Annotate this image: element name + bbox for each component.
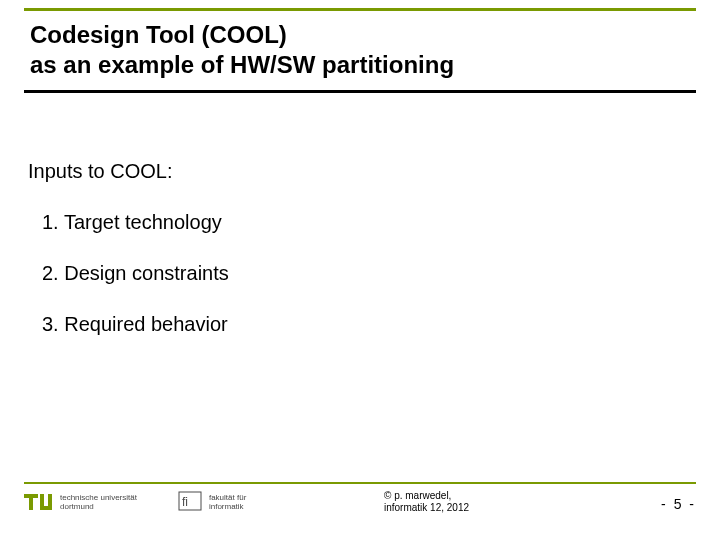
svg-rect-3	[48, 494, 52, 508]
body-intro: Inputs to COOL:	[28, 160, 692, 183]
footer-logos: technische universität dortmund fi fakul…	[24, 490, 246, 516]
slide-body: Inputs to COOL: 1. Target technology 2. …	[28, 160, 692, 364]
fi-icon: fi	[177, 490, 203, 516]
list-item: 2. Design constraints	[42, 262, 692, 285]
fi-logo-text: fakultät für informatik	[209, 494, 246, 512]
svg-rect-4	[40, 506, 52, 510]
slide-title: Codesign Tool (COOL) as an example of HW…	[30, 20, 690, 80]
top-accent-rule	[24, 8, 696, 11]
title-line-2: as an example of HW/SW partitioning	[30, 50, 690, 80]
slide: Codesign Tool (COOL) as an example of HW…	[0, 0, 720, 540]
footer-accent-rule	[24, 482, 696, 484]
copyright: © p. marwedel, informatik 12, 2012	[384, 490, 469, 514]
tu-icon	[24, 490, 54, 516]
title-underline	[24, 90, 696, 93]
tu-text-line1: technische universität	[60, 493, 137, 502]
page-number: - 5 -	[661, 496, 696, 512]
fakultaet-logo: fi fakultät für informatik	[177, 490, 246, 516]
list-item: 1. Target technology	[42, 211, 692, 234]
svg-rect-1	[29, 494, 33, 510]
slide-footer: technische universität dortmund fi fakul…	[24, 482, 696, 530]
list-item: 3. Required behavior	[42, 313, 692, 336]
fi-text-line2: informatik	[209, 502, 244, 511]
tu-logo-text: technische universität dortmund	[60, 494, 137, 512]
title-line-1: Codesign Tool (COOL)	[30, 20, 690, 50]
tu-dortmund-logo: technische universität dortmund	[24, 490, 137, 516]
svg-rect-2	[40, 494, 44, 508]
tu-text-line2: dortmund	[60, 502, 94, 511]
svg-text:fi: fi	[182, 495, 188, 509]
fi-text-line1: fakultät für	[209, 493, 246, 502]
copyright-line2: informatik 12, 2012	[384, 502, 469, 513]
copyright-line1: © p. marwedel,	[384, 490, 451, 501]
